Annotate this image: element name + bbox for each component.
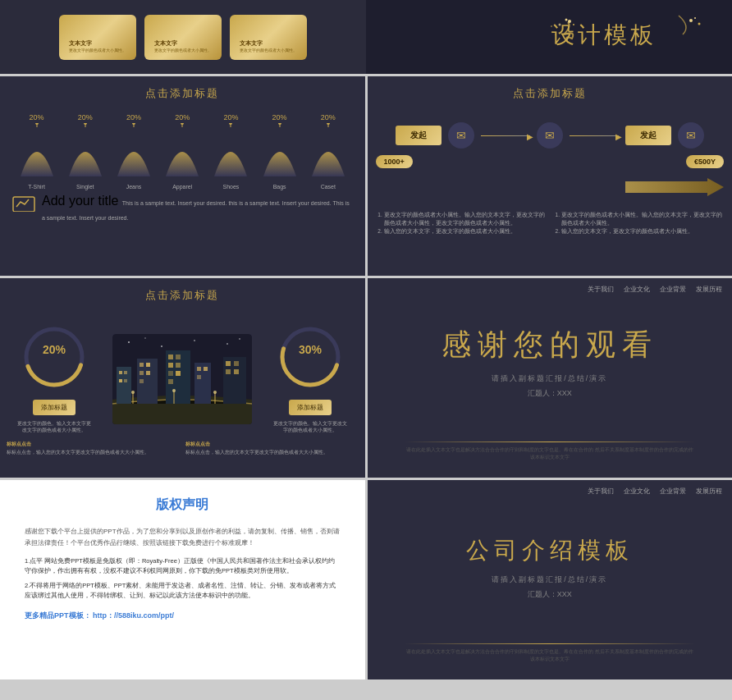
mountain-6 bbox=[308, 123, 349, 181]
svg-rect-56 bbox=[197, 367, 201, 371]
svg-point-35 bbox=[239, 338, 240, 340]
chart-text-content: Add your title This is a sample text. In… bbox=[42, 194, 353, 223]
nav-about[interactable]: 关于我们 bbox=[588, 285, 614, 294]
chart-col-7: 20% Caset bbox=[308, 113, 349, 190]
svg-point-0 bbox=[568, 20, 571, 23]
svg-point-4 bbox=[559, 23, 561, 25]
chart-col-3: 20% Jeans bbox=[113, 113, 154, 190]
mountain-1 bbox=[65, 123, 106, 181]
nav-culture[interactable]: 企业文化 bbox=[624, 285, 650, 294]
add-title: Add your title bbox=[42, 194, 118, 208]
svg-rect-49 bbox=[176, 355, 181, 359]
company-slide: 关于我们 企业文化 企业背景 发展历程 公司介绍模板 请插入副标题汇报/总结/演… bbox=[368, 480, 733, 679]
card-3-text: 更改文字的颜色或者大小属性。 bbox=[240, 48, 297, 53]
svg-point-2 bbox=[565, 18, 568, 21]
prog-btn-right[interactable]: 添加标题 bbox=[289, 400, 332, 415]
chart-slide: 点击添加标题 20% T-Shirt 20% bbox=[0, 76, 365, 276]
label-3: Apparel bbox=[172, 184, 192, 190]
svg-rect-60 bbox=[226, 361, 231, 366]
svg-point-3 bbox=[551, 25, 552, 27]
card-1-title: 文本文字 bbox=[69, 39, 92, 48]
mountain-0 bbox=[16, 123, 57, 181]
svg-rect-63 bbox=[234, 369, 239, 374]
svg-rect-62 bbox=[226, 369, 231, 374]
svg-point-67 bbox=[172, 389, 176, 392]
svg-rect-53 bbox=[176, 371, 181, 376]
flow-num-1: 1000+ bbox=[376, 155, 413, 168]
flow-top-row: 发起 ✉ ▶ ✉ ▶ 发起 ✉ bbox=[376, 122, 725, 149]
thankyou-nav: 关于我们 企业文化 企业背景 发展历程 bbox=[368, 278, 733, 300]
thankyou-footer-text: 请在此处插入文本文字也是解决方法合合合作的守则和制度的文字也是。希在在合作的 然… bbox=[404, 446, 696, 461]
svg-point-31 bbox=[144, 337, 146, 339]
svg-rect-38 bbox=[124, 371, 127, 374]
flow-btn-1[interactable]: 发起 bbox=[396, 126, 441, 145]
copyright-points: 1.点平 网站免费PPT模板是免版权（即：Royalty-Free）正版使《中国… bbox=[25, 556, 341, 601]
top-right-section: 设计模板 bbox=[366, 0, 732, 74]
thankyou-author: 汇题人：XXX bbox=[368, 388, 733, 399]
svg-rect-51 bbox=[176, 363, 181, 368]
prog-bottom-right: 标标点点击 标标点点击，输入您的文本文字更改文字的颜色或者大大小属性。 bbox=[185, 441, 358, 456]
chart-col-5: 20% Shoes bbox=[210, 113, 251, 190]
company-nav-about[interactable]: 关于我们 bbox=[588, 487, 614, 496]
mountain-5 bbox=[259, 123, 300, 181]
chart-icon bbox=[12, 194, 35, 215]
flow-mid-row: 1000+ €500Y bbox=[376, 155, 725, 168]
company-nav-culture[interactable]: 企业文化 bbox=[624, 487, 650, 496]
prog-right-col: 30% 添加标题 更改文字的颜色。输入文字更改文字的颜色或者大小属性。 bbox=[273, 324, 347, 434]
card-2: 文本文字 更改文字的颜色或者大小属性。 bbox=[144, 15, 222, 60]
label-6: Caset bbox=[321, 184, 336, 190]
copyright-point-2: 2.不得将用于网络的PPT模板、PPT素材、未能用于发达者、成者名性、注情、转让… bbox=[25, 581, 341, 601]
svg-point-15 bbox=[132, 123, 135, 125]
card-3: 文本文字 更改文字的颜色或者大小属性。 bbox=[230, 15, 307, 60]
prog-btn-left[interactable]: 添加标题 bbox=[33, 400, 75, 415]
gold-divider bbox=[404, 442, 696, 442]
flow-arrow-container bbox=[376, 175, 725, 203]
svg-rect-54 bbox=[168, 379, 173, 384]
svg-rect-40 bbox=[124, 379, 127, 382]
thankyou-slide: 关于我们 企业文化 企业背景 发展历程 感谢您的观看 请插入副标题汇报/总结/演… bbox=[368, 278, 733, 478]
svg-rect-39 bbox=[119, 379, 122, 382]
svg-point-33 bbox=[194, 340, 195, 341]
svg-rect-48 bbox=[168, 355, 173, 359]
mountain-4 bbox=[210, 123, 251, 181]
progress-circle-right: 30% bbox=[277, 324, 343, 390]
copyright-link[interactable]: 更多精品PPT模板： http：//588iku.com/ppt/ bbox=[25, 611, 341, 621]
chart-col-1: 20% T-Shirt bbox=[16, 113, 57, 190]
company-footer-area: 请在此处插入文本文字也是解决方法合合合作的守则和制度的文字也是。希在在合作的 然… bbox=[404, 643, 696, 663]
svg-rect-50 bbox=[168, 363, 173, 368]
svg-point-9 bbox=[694, 17, 696, 19]
pct-0: 20% bbox=[30, 113, 44, 121]
progress-circle-left: 20% bbox=[21, 324, 87, 390]
company-author: 汇题人：XXX bbox=[368, 589, 733, 600]
progress-slide-title: 点击添加标题 bbox=[0, 288, 365, 303]
svg-point-17 bbox=[181, 123, 184, 125]
chart-col-6: 20% Bags bbox=[259, 113, 300, 190]
progress-content: 20% 添加标题 更改文字的颜色。输入文本文字更改文字的颜色或者大小属性。 bbox=[0, 309, 365, 463]
flow-arrow-row bbox=[376, 175, 725, 203]
svg-point-5 bbox=[555, 34, 556, 35]
pct-2: 20% bbox=[126, 113, 141, 121]
card-2-text: 更改文字的颜色或者大小属性。 bbox=[154, 48, 212, 53]
card-1-text: 更改文字的颜色或者大小属性。 bbox=[69, 48, 126, 53]
company-nav-history[interactable]: 发展历程 bbox=[696, 487, 722, 496]
flow-text-area: 更改文字的颜色或者大小属性。输入您的文本文字，更改文字的颜色或者大小属性，更改文… bbox=[376, 211, 725, 235]
nav-background[interactable]: 企业背景 bbox=[660, 285, 686, 294]
mountain-2 bbox=[113, 123, 154, 181]
flow-btn-2[interactable]: 发起 bbox=[625, 126, 671, 145]
chart-col-2: 20% Singlet bbox=[65, 113, 106, 190]
svg-rect-58 bbox=[197, 375, 201, 379]
flow-slide-title: 点击添加标题 bbox=[368, 86, 733, 101]
copyright-slide: 版权声明 感谢您下载个平台上提供的PPT作品，为了您和分享到以及原创作者的利益，… bbox=[0, 480, 365, 679]
flow-line-1: ▶ bbox=[481, 135, 530, 136]
pct-5: 20% bbox=[272, 113, 287, 121]
chart-area: 20% T-Shirt 20% Singlet 20% bbox=[0, 108, 365, 190]
svg-text:30%: 30% bbox=[299, 343, 323, 356]
company-nav-background[interactable]: 企业背景 bbox=[660, 487, 686, 496]
nav-history[interactable]: 发展历程 bbox=[696, 285, 722, 294]
company-subtitle: 请插入副标题汇报/总结/演示 bbox=[368, 574, 733, 585]
flow-content: 发起 ✉ ▶ ✉ ▶ 发起 ✉ 1000+ €500Y bbox=[368, 108, 733, 243]
svg-point-19 bbox=[229, 123, 232, 125]
flow-icon-2: ✉ bbox=[537, 122, 563, 149]
svg-point-34 bbox=[226, 343, 228, 345]
copyright-link-url[interactable]: http：//588iku.com/ppt/ bbox=[93, 611, 174, 620]
